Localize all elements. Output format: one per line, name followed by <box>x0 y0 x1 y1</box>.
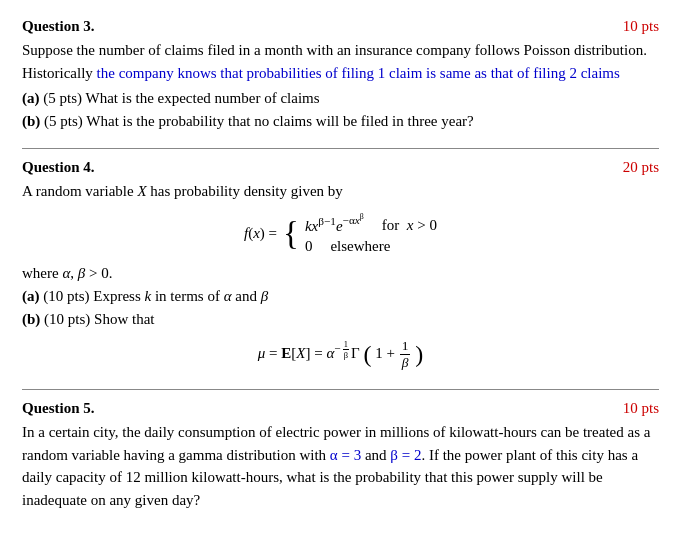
q3-part-b-label: (b) <box>22 113 40 129</box>
fx-label: f(x) = <box>244 225 277 242</box>
question-4-intro: A random variable X has probability dens… <box>22 180 659 203</box>
question-3-header: Question 3. 10 pts <box>22 18 659 35</box>
q4-part-b-pts: (10 pts) <box>44 311 90 327</box>
q5-beta: β = 2 <box>390 447 421 463</box>
piecewise-row-2: 0 elsewhere <box>305 238 437 255</box>
question-4-title: Question 4. <box>22 159 95 176</box>
case-1-condition: for x > 0 <box>382 217 437 234</box>
q4-part-a-label: (a) <box>22 288 40 304</box>
piecewise-container: f(x) = { kxβ−1e−αxβ for x > 0 0 elsewher… <box>244 213 437 256</box>
question-3-part-b: (b) (5 pts) What is the probability that… <box>22 113 659 130</box>
question-4-part-a: (a) (10 pts) Express k in terms of α and… <box>22 288 659 305</box>
q4-mu-formula: μ = E[X] = α−1βΓ ( 1 + 1 β ) <box>22 338 659 371</box>
question-4-header: Question 4. 20 pts <box>22 159 659 176</box>
divider-1 <box>22 148 659 149</box>
q4-part-b-label: (b) <box>22 311 40 327</box>
divider-2 <box>22 389 659 390</box>
case-1-expr: kxβ−1e−αxβ <box>305 213 364 235</box>
question-3-body: Suppose the number of claims filed in a … <box>22 39 659 84</box>
question-4-pts: 20 pts <box>623 159 659 176</box>
mu-inner: 1 + 1 β <box>375 345 415 361</box>
q3-part-b-pts: (5 pts) <box>44 113 83 129</box>
question-5-pts: 10 pts <box>623 400 659 417</box>
case-2-condition: elsewhere <box>330 238 390 255</box>
q4-part-b-text: Show that <box>94 311 154 327</box>
question-3-pts: 10 pts <box>623 18 659 35</box>
q3-part-b-text: What is the probability that no claims w… <box>86 113 473 129</box>
q3-part-a-pts: (5 pts) <box>43 90 82 106</box>
q3-body-blue: the company knows that probabilities of … <box>97 65 620 81</box>
mu-rparen: ) <box>415 341 423 367</box>
q4-formula-fx: f(x) = { kxβ−1e−αxβ for x > 0 0 elsewher… <box>22 213 659 256</box>
question-4-part-b: (b) (10 pts) Show that <box>22 311 659 328</box>
q4-where-text: where α, β > 0. <box>22 265 112 281</box>
question-4-where: where α, β > 0. <box>22 265 659 282</box>
question-5: Question 5. 10 pts In a certain city, th… <box>22 400 659 511</box>
question-5-title: Question 5. <box>22 400 95 417</box>
question-3: Question 3. 10 pts Suppose the number of… <box>22 18 659 130</box>
case-2-expr: 0 <box>305 238 313 255</box>
q3-part-a-text: What is the expected number of claims <box>85 90 319 106</box>
question-3-title: Question 3. <box>22 18 95 35</box>
mu-lparen: ( <box>363 341 371 367</box>
q4-part-a-pts: (10 pts) <box>43 288 89 304</box>
question-5-header: Question 5. 10 pts <box>22 400 659 417</box>
question-3-part-a: (a) (5 pts) What is the expected number … <box>22 90 659 107</box>
q5-alpha: α = 3 <box>330 447 361 463</box>
piecewise-cases: kxβ−1e−αxβ for x > 0 0 elsewhere <box>305 213 437 256</box>
q3-part-a-label: (a) <box>22 90 40 106</box>
left-brace: { <box>283 217 299 250</box>
q5-and: and <box>361 447 390 463</box>
q4-intro: A random variable X has probability dens… <box>22 183 343 199</box>
piecewise-row-1: kxβ−1e−αxβ for x > 0 <box>305 213 437 235</box>
q4-part-a-text: Express k in terms of α and β <box>93 288 268 304</box>
question-4: Question 4. 20 pts A random variable X h… <box>22 159 659 371</box>
question-5-body: In a certain city, the daily consumption… <box>22 421 659 511</box>
mu-lhs: μ = E[X] = α−1βΓ <box>258 345 364 361</box>
